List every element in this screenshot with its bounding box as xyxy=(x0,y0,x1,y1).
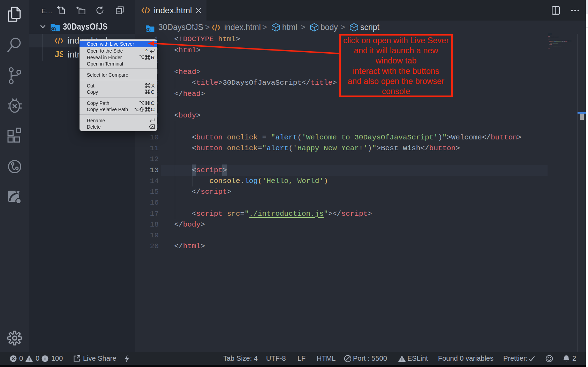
svg-text:JS: JS xyxy=(55,51,63,58)
